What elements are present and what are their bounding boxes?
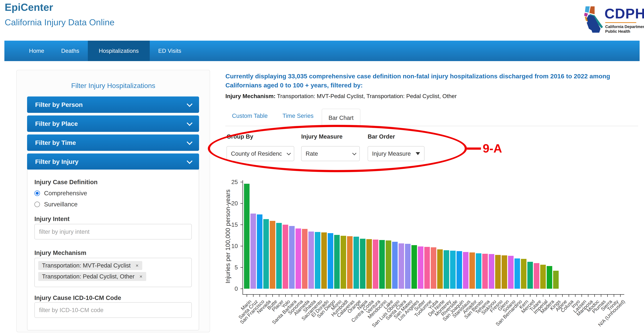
bar-sonoma[interactable] — [296, 228, 301, 289]
bar-santa-clara[interactable] — [398, 243, 404, 289]
bar-amador[interactable] — [470, 252, 475, 289]
radio-unselected-icon[interactable] — [34, 201, 40, 207]
x-tick — [614, 295, 614, 297]
tab-divider — [226, 126, 638, 126]
x-tick — [350, 295, 350, 297]
bar-solano[interactable] — [508, 256, 514, 289]
bar-glenn[interactable] — [502, 255, 507, 289]
x-tick — [376, 295, 376, 297]
bar-placer[interactable] — [276, 223, 282, 289]
bar-ventura[interactable] — [373, 240, 378, 289]
bar-napa[interactable] — [360, 239, 366, 289]
radio-label: Surveillance — [44, 201, 78, 208]
bar-san-bernardino[interactable] — [514, 258, 520, 289]
bar-humboldt[interactable] — [340, 236, 346, 289]
bar-los-angeles[interactable] — [412, 245, 417, 289]
y-tick — [240, 267, 242, 268]
bar-yolo[interactable] — [283, 225, 288, 289]
bar-san-mateo[interactable] — [405, 244, 410, 289]
annotation-label: 9-A — [483, 142, 502, 155]
tab-bar-chart[interactable]: Bar Chart — [322, 109, 360, 127]
chevron-down-icon — [186, 101, 192, 107]
bar-mendocino[interactable] — [379, 240, 385, 289]
x-tick — [536, 295, 537, 297]
bar-el-dorado[interactable] — [321, 232, 327, 289]
bar-merced[interactable] — [527, 262, 533, 289]
bar-siskiyou[interactable] — [489, 254, 494, 289]
bar-monterey[interactable] — [444, 250, 449, 289]
bar-tulare[interactable] — [534, 263, 539, 289]
injury-intent-input[interactable] — [34, 224, 192, 239]
bar-marin[interactable] — [244, 184, 250, 289]
radio-selected-icon[interactable] — [34, 190, 40, 196]
bar-riverside[interactable] — [450, 251, 456, 289]
bar-orange[interactable] — [354, 237, 359, 289]
bar-order-select[interactable]: Injury Measure — [368, 146, 424, 161]
nav-item-hospitalizations[interactable]: Hospitalizations — [88, 41, 150, 61]
bar-sutter[interactable] — [418, 246, 424, 289]
chevron-down-icon — [186, 158, 192, 164]
nav-item-deaths[interactable]: Deaths — [53, 41, 88, 61]
bar-san-luis-obispo[interactable] — [392, 242, 398, 289]
accordion-filter-by-injury[interactable]: Filter by Injury — [27, 154, 199, 170]
bar-kings[interactable] — [553, 271, 559, 289]
tab-time-series[interactable]: Time Series — [282, 113, 314, 119]
bar-mono[interactable] — [334, 235, 340, 289]
chevron-down-icon — [186, 120, 192, 126]
injury-mechanism-multiselect[interactable]: Transportation: MVT-Pedal Cyclist × Tran… — [34, 258, 192, 287]
bar-alameda[interactable] — [302, 229, 308, 289]
annotation-connector-line — [467, 148, 481, 150]
bar-sacramento[interactable] — [315, 232, 320, 289]
x-tick — [266, 295, 266, 297]
bar-tuolumne[interactable] — [424, 247, 430, 289]
bar-madera[interactable] — [547, 266, 552, 289]
group-by-select[interactable]: County of Residence — [226, 146, 294, 161]
x-tick — [395, 295, 395, 297]
bar-shasta[interactable] — [308, 232, 314, 289]
bar-fresno[interactable] — [495, 255, 501, 289]
bar-san-diego[interactable] — [328, 233, 333, 289]
bar-imperial[interactable] — [540, 265, 546, 289]
x-tick — [453, 295, 453, 297]
bar-santa-cruz[interactable] — [250, 214, 256, 289]
remove-tag-icon[interactable]: × — [136, 263, 138, 268]
x-tick — [498, 295, 498, 297]
bar-santa-barbara[interactable] — [289, 226, 295, 289]
bar-yuba[interactable] — [431, 247, 436, 289]
y-tick — [240, 224, 242, 225]
nav-item-home[interactable]: Home — [20, 41, 53, 61]
injury-measure-select[interactable]: Rate — [301, 146, 360, 161]
y-tick-label: 10 — [219, 242, 238, 250]
bar-stanislaus[interactable] — [463, 252, 468, 289]
x-tick — [607, 295, 608, 297]
radio-comprehensive[interactable]: Comprehensive — [34, 189, 87, 197]
bar-calaveras[interactable] — [347, 236, 352, 289]
chevron-down-icon — [186, 139, 192, 145]
x-tick — [246, 295, 247, 297]
mechanism-tag: Transportation: Pedal Cyclist, Other × — [38, 272, 146, 281]
accordion-filter-by-place[interactable]: Filter by Place — [27, 116, 199, 132]
bar-contra-costa[interactable] — [366, 239, 372, 289]
remove-tag-icon[interactable]: × — [140, 274, 142, 279]
accordion-filter-by-time[interactable]: Filter by Time — [27, 135, 199, 151]
bar-lake[interactable] — [386, 240, 391, 289]
bar-del-norte[interactable] — [437, 249, 443, 289]
bar-nevada[interactable] — [263, 219, 269, 289]
bar-san-benito[interactable] — [476, 253, 482, 289]
nav-item-ed-visits[interactable]: ED Visits — [150, 41, 190, 61]
radio-surveillance[interactable]: Surveillance — [34, 200, 78, 208]
x-tick — [549, 295, 550, 297]
bar-butte[interactable] — [270, 221, 275, 289]
bar-kern[interactable] — [521, 259, 526, 289]
x-tick — [562, 295, 562, 297]
bar-san-joaquin[interactable] — [456, 251, 462, 289]
icd-code-input[interactable] — [34, 302, 192, 318]
x-tick — [434, 295, 434, 297]
tab-custom-table[interactable]: Custom Table — [232, 113, 268, 119]
bar-san-francisco[interactable] — [257, 214, 262, 289]
accordion-filter-by-person[interactable]: Filter by Person — [27, 96, 199, 113]
x-tick — [292, 295, 292, 297]
select-chevron-icon — [352, 151, 356, 155]
bar-tehama[interactable] — [482, 254, 488, 289]
radio-label: Comprehensive — [44, 190, 87, 197]
